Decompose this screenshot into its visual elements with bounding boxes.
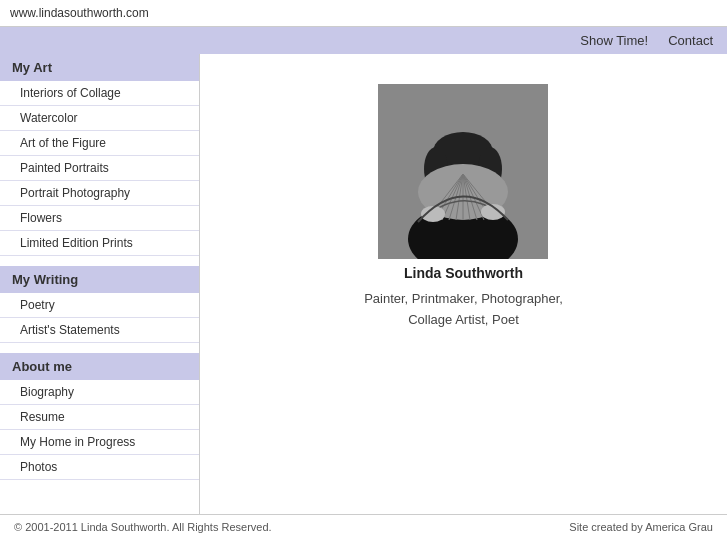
painted-portraits-link[interactable]: Painted Portraits: [0, 156, 199, 181]
nav-bar: Show Time!Contact: [0, 27, 727, 54]
site-credit: Site created by America Grau: [569, 521, 713, 533]
artist-desc-line1: Painter, Printmaker, Photographer,: [364, 291, 563, 306]
artist-name: Linda Southworth: [404, 265, 523, 281]
art-of-the-figure-link[interactable]: Art of the Figure: [0, 131, 199, 156]
my-art-section-header: My Art: [0, 54, 199, 81]
my-home-in-progress-link[interactable]: My Home in Progress: [0, 430, 199, 455]
artist-description: Painter, Printmaker, Photographer, Colla…: [364, 289, 563, 331]
flowers-link[interactable]: Flowers: [0, 206, 199, 231]
portrait-svg: [378, 84, 548, 259]
artists-statements-link[interactable]: Artist's Statements: [0, 318, 199, 343]
about-me-section-header: About me: [0, 353, 199, 380]
poetry-link[interactable]: Poetry: [0, 293, 199, 318]
interiors-of-collage-link[interactable]: Interiors of Collage: [0, 81, 199, 106]
portrait-photography-link[interactable]: Portrait Photography: [0, 181, 199, 206]
sidebar-gap: [0, 256, 199, 266]
portrait-container: Linda Southworth Painter, Printmaker, Ph…: [364, 84, 563, 331]
content-area: Linda Southworth Painter, Printmaker, Ph…: [200, 54, 727, 514]
contact-link[interactable]: Contact: [668, 33, 713, 48]
limited-edition-prints-link[interactable]: Limited Edition Prints: [0, 231, 199, 256]
portrait-image: [378, 84, 548, 259]
sidebar-gap: [0, 343, 199, 353]
photos-link[interactable]: Photos: [0, 455, 199, 480]
sidebar: My ArtInteriors of CollageWatercolorArt …: [0, 54, 200, 514]
my-writing-section-header: My Writing: [0, 266, 199, 293]
top-bar: www.lindasouthworth.com: [0, 0, 727, 27]
footer: © 2001-2011 Linda Southworth. All Rights…: [0, 514, 727, 539]
biography-link[interactable]: Biography: [0, 380, 199, 405]
watercolor-link[interactable]: Watercolor: [0, 106, 199, 131]
copyright-text: © 2001-2011 Linda Southworth. All Rights…: [14, 521, 272, 533]
show-time-link[interactable]: Show Time!: [580, 33, 648, 48]
main-layout: My ArtInteriors of CollageWatercolorArt …: [0, 54, 727, 514]
artist-desc-line2: Collage Artist, Poet: [408, 312, 519, 327]
resume-link[interactable]: Resume: [0, 405, 199, 430]
site-url: www.lindasouthworth.com: [10, 6, 149, 20]
